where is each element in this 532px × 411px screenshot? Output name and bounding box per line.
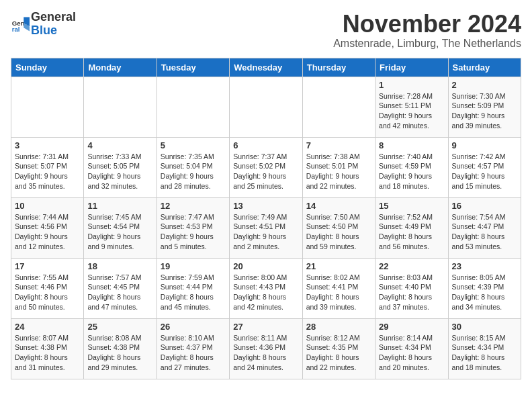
- day-cell: 29Sunrise: 8:14 AM Sunset: 4:34 PM Dayli…: [375, 318, 448, 379]
- logo-blue-text: Blue: [31, 24, 57, 37]
- logo: Gene ral General Blue: [11, 11, 76, 38]
- header-row: Sunday Monday Tuesday Wednesday Thursday…: [11, 58, 521, 77]
- day-info: Sunrise: 7:47 AM Sunset: 4:53 PM Dayligh…: [161, 212, 226, 252]
- day-number: 4: [87, 140, 152, 150]
- day-number: 20: [233, 261, 298, 271]
- page-header: Gene ral General Blue November 2024 Amst…: [11, 11, 521, 50]
- title-section: November 2024 Amstenrade, Limburg, The N…: [333, 11, 521, 50]
- day-number: 6: [233, 140, 298, 150]
- day-info: Sunrise: 7:52 AM Sunset: 4:49 PM Dayligh…: [379, 212, 444, 252]
- day-number: 8: [379, 140, 444, 150]
- day-number: 17: [15, 261, 80, 271]
- day-info: Sunrise: 8:05 AM Sunset: 4:39 PM Dayligh…: [452, 273, 517, 312]
- col-thursday: Thursday: [302, 58, 375, 77]
- day-info: Sunrise: 8:11 AM Sunset: 4:36 PM Dayligh…: [233, 333, 298, 373]
- day-cell: 23Sunrise: 8:05 AM Sunset: 4:39 PM Dayli…: [448, 258, 521, 318]
- day-info: Sunrise: 7:30 AM Sunset: 5:09 PM Dayligh…: [452, 91, 517, 131]
- day-info: Sunrise: 8:14 AM Sunset: 4:34 PM Dayligh…: [379, 333, 444, 373]
- day-info: Sunrise: 7:50 AM Sunset: 4:50 PM Dayligh…: [306, 212, 371, 252]
- day-cell: 28Sunrise: 8:12 AM Sunset: 4:35 PM Dayli…: [302, 318, 375, 379]
- day-cell: 13Sunrise: 7:49 AM Sunset: 4:51 PM Dayli…: [230, 197, 302, 258]
- day-info: Sunrise: 7:54 AM Sunset: 4:47 PM Dayligh…: [452, 212, 517, 252]
- day-info: Sunrise: 7:33 AM Sunset: 5:05 PM Dayligh…: [87, 152, 152, 191]
- day-number: 29: [379, 322, 444, 332]
- day-number: 3: [15, 140, 80, 150]
- day-cell: 14Sunrise: 7:50 AM Sunset: 4:50 PM Dayli…: [302, 197, 375, 258]
- week-row-1: 1Sunrise: 7:28 AM Sunset: 5:11 PM Daylig…: [11, 77, 521, 137]
- day-info: Sunrise: 8:12 AM Sunset: 4:35 PM Dayligh…: [306, 333, 371, 373]
- day-cell: 11Sunrise: 7:45 AM Sunset: 4:54 PM Dayli…: [84, 197, 157, 258]
- day-number: 27: [233, 322, 298, 332]
- day-info: Sunrise: 8:07 AM Sunset: 4:38 PM Dayligh…: [15, 333, 80, 373]
- day-number: 18: [87, 261, 152, 271]
- day-cell: 20Sunrise: 8:00 AM Sunset: 4:43 PM Dayli…: [230, 258, 302, 318]
- day-number: 22: [379, 261, 444, 271]
- day-number: 12: [161, 201, 226, 211]
- col-tuesday: Tuesday: [157, 58, 229, 77]
- day-cell: 15Sunrise: 7:52 AM Sunset: 4:49 PM Dayli…: [375, 197, 448, 258]
- day-info: Sunrise: 7:55 AM Sunset: 4:46 PM Dayligh…: [15, 273, 80, 312]
- day-number: 30: [452, 322, 517, 332]
- logo-icon: Gene ral: [11, 15, 30, 34]
- day-cell: 7Sunrise: 7:38 AM Sunset: 5:01 PM Daylig…: [302, 137, 375, 197]
- day-info: Sunrise: 7:40 AM Sunset: 4:59 PM Dayligh…: [379, 152, 444, 191]
- logo-general-text: General: [31, 10, 76, 24]
- day-cell: 22Sunrise: 8:03 AM Sunset: 4:40 PM Dayli…: [375, 258, 448, 318]
- day-info: Sunrise: 7:42 AM Sunset: 4:57 PM Dayligh…: [452, 152, 517, 191]
- calendar-body: 1Sunrise: 7:28 AM Sunset: 5:11 PM Daylig…: [11, 77, 521, 379]
- day-info: Sunrise: 8:15 AM Sunset: 4:34 PM Dayligh…: [452, 333, 517, 373]
- day-cell: 8Sunrise: 7:40 AM Sunset: 4:59 PM Daylig…: [375, 137, 448, 197]
- day-number: 11: [87, 201, 152, 211]
- calendar-table: Sunday Monday Tuesday Wednesday Thursday…: [11, 58, 521, 379]
- day-number: 25: [87, 322, 152, 332]
- day-cell: [84, 77, 157, 137]
- day-number: 7: [306, 140, 371, 150]
- day-cell: 4Sunrise: 7:33 AM Sunset: 5:05 PM Daylig…: [84, 137, 157, 197]
- day-info: Sunrise: 7:35 AM Sunset: 5:04 PM Dayligh…: [161, 152, 226, 191]
- week-row-5: 24Sunrise: 8:07 AM Sunset: 4:38 PM Dayli…: [11, 318, 521, 379]
- day-cell: 26Sunrise: 8:10 AM Sunset: 4:37 PM Dayli…: [157, 318, 229, 379]
- svg-text:ral: ral: [12, 25, 20, 32]
- day-number: 2: [452, 80, 517, 90]
- day-cell: 27Sunrise: 8:11 AM Sunset: 4:36 PM Dayli…: [230, 318, 302, 379]
- day-cell: 18Sunrise: 7:57 AM Sunset: 4:45 PM Dayli…: [84, 258, 157, 318]
- day-info: Sunrise: 8:00 AM Sunset: 4:43 PM Dayligh…: [233, 273, 298, 312]
- day-info: Sunrise: 8:08 AM Sunset: 4:38 PM Dayligh…: [87, 333, 152, 373]
- day-number: 28: [306, 322, 371, 332]
- day-info: Sunrise: 8:03 AM Sunset: 4:40 PM Dayligh…: [379, 273, 444, 312]
- day-cell: 21Sunrise: 8:02 AM Sunset: 4:41 PM Dayli…: [302, 258, 375, 318]
- day-cell: 25Sunrise: 8:08 AM Sunset: 4:38 PM Dayli…: [84, 318, 157, 379]
- col-sunday: Sunday: [11, 58, 84, 77]
- day-cell: 9Sunrise: 7:42 AM Sunset: 4:57 PM Daylig…: [448, 137, 521, 197]
- day-number: 26: [161, 322, 226, 332]
- day-cell: 17Sunrise: 7:55 AM Sunset: 4:46 PM Dayli…: [11, 258, 84, 318]
- week-row-2: 3Sunrise: 7:31 AM Sunset: 5:07 PM Daylig…: [11, 137, 521, 197]
- day-number: 23: [452, 261, 517, 271]
- day-number: 24: [15, 322, 80, 332]
- day-cell: [11, 77, 84, 137]
- day-cell: [230, 77, 302, 137]
- day-cell: 2Sunrise: 7:30 AM Sunset: 5:09 PM Daylig…: [448, 77, 521, 137]
- day-number: 13: [233, 201, 298, 211]
- day-cell: 6Sunrise: 7:37 AM Sunset: 5:02 PM Daylig…: [230, 137, 302, 197]
- day-number: 14: [306, 201, 371, 211]
- day-cell: 12Sunrise: 7:47 AM Sunset: 4:53 PM Dayli…: [157, 197, 229, 258]
- day-info: Sunrise: 7:45 AM Sunset: 4:54 PM Dayligh…: [87, 212, 152, 252]
- day-cell: 10Sunrise: 7:44 AM Sunset: 4:56 PM Dayli…: [11, 197, 84, 258]
- day-number: 16: [452, 201, 517, 211]
- month-title: November 2024: [333, 11, 521, 38]
- day-info: Sunrise: 7:44 AM Sunset: 4:56 PM Dayligh…: [15, 212, 80, 252]
- col-monday: Monday: [84, 58, 157, 77]
- day-cell: 19Sunrise: 7:59 AM Sunset: 4:44 PM Dayli…: [157, 258, 229, 318]
- col-wednesday: Wednesday: [230, 58, 302, 77]
- day-info: Sunrise: 8:10 AM Sunset: 4:37 PM Dayligh…: [161, 333, 226, 373]
- day-number: 9: [452, 140, 517, 150]
- day-cell: [302, 77, 375, 137]
- day-cell: 30Sunrise: 8:15 AM Sunset: 4:34 PM Dayli…: [448, 318, 521, 379]
- day-number: 21: [306, 261, 371, 271]
- day-info: Sunrise: 7:38 AM Sunset: 5:01 PM Dayligh…: [306, 152, 371, 191]
- day-number: 19: [161, 261, 226, 271]
- day-info: Sunrise: 7:37 AM Sunset: 5:02 PM Dayligh…: [233, 152, 298, 191]
- day-number: 1: [379, 80, 444, 90]
- day-cell: [157, 77, 229, 137]
